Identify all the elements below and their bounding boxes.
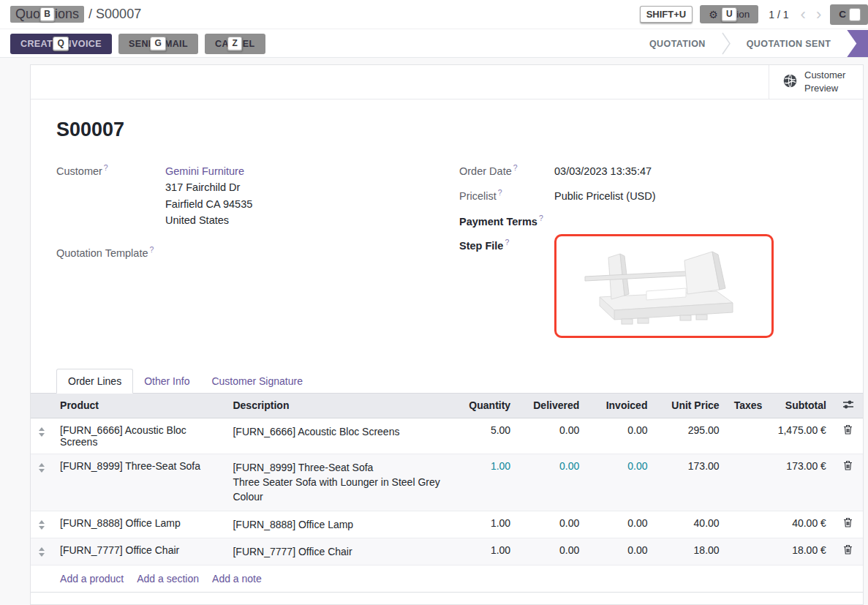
- cell-unit-price[interactable]: 18.00: [654, 538, 726, 565]
- cell-product[interactable]: [FURN_6666] Acoustic Bloc Screens: [53, 418, 225, 454]
- column-taxes: Taxes: [727, 394, 764, 418]
- cell-invoiced[interactable]: 0.00: [586, 454, 654, 511]
- add-links-row: Add a product Add a section Add a note: [31, 565, 863, 593]
- column-product: Product: [53, 394, 225, 418]
- field-grid: Customer? Gemini Furniture 317 Fairchild…: [56, 163, 837, 347]
- cell-invoiced[interactable]: 0.00: [586, 538, 654, 565]
- help-icon: ?: [513, 163, 518, 172]
- cell-taxes[interactable]: [727, 511, 764, 538]
- cell-quantity[interactable]: 5.00: [449, 418, 518, 454]
- cell-description[interactable]: [FURN_6666] Acoustic Bloc Screens: [225, 418, 449, 454]
- breadcrumb-separator: /: [88, 7, 92, 21]
- cell-unit-price[interactable]: 40.00: [654, 511, 726, 538]
- cutoff-button[interactable]: C: [830, 4, 868, 25]
- delete-row-icon[interactable]: [843, 460, 853, 470]
- status-separator-icon: [722, 30, 731, 57]
- order-lines-table: Product Description Quantity Delivered I…: [31, 394, 863, 593]
- cell-delivered[interactable]: 0.00: [518, 538, 586, 565]
- delete-row-icon[interactable]: [843, 424, 853, 435]
- table-header-row: Product Description Quantity Delivered I…: [31, 394, 863, 418]
- cell-description[interactable]: [FURN_8999] Three-Seat Sofa Three Seater…: [225, 454, 449, 511]
- create-invoice-button[interactable]: CREATE INVOICE Q: [10, 34, 112, 54]
- pricelist-label: Pricelist?: [459, 188, 554, 204]
- sort-up-icon: [39, 463, 45, 467]
- tab-order-lines[interactable]: Order Lines: [56, 369, 133, 394]
- help-icon: ?: [104, 163, 108, 172]
- breadcrumb-quotations[interactable]: Quotations B: [10, 6, 84, 23]
- cell-quantity[interactable]: 1.00: [449, 538, 518, 565]
- sheet-header-strip: Customer Preview: [31, 65, 863, 99]
- customer-preview-button[interactable]: Customer Preview: [769, 65, 863, 99]
- add-section-link[interactable]: Add a section: [137, 573, 199, 585]
- hotkey-overlay-u: U: [722, 7, 737, 22]
- cell-taxes[interactable]: [727, 418, 764, 454]
- sort-up-icon: [39, 427, 45, 431]
- action-menu-button[interactable]: ⚙ Action U: [700, 5, 758, 23]
- add-note-link[interactable]: Add a note: [212, 573, 262, 585]
- add-product-link[interactable]: Add a product: [60, 573, 124, 585]
- field-step-file: Step File?: [459, 238, 837, 338]
- cell-product[interactable]: [FURN_7777] Office Chair: [53, 538, 225, 565]
- cell-delivered[interactable]: 0.00: [518, 454, 586, 511]
- step-file-label: Step File?: [459, 238, 554, 338]
- order-date-label: Order Date?: [459, 163, 554, 179]
- cell-product[interactable]: [FURN_8888] Office Lamp: [53, 511, 225, 538]
- sheet-footer: Terms and conditions... Total: 1,706.00 …: [31, 593, 863, 605]
- pager-value[interactable]: 1 / 1: [769, 9, 788, 20]
- step-file-preview[interactable]: [554, 234, 774, 338]
- optional-columns-icon[interactable]: [842, 399, 854, 410]
- send-email-button[interactable]: SEND EMAIL G: [118, 34, 198, 54]
- delete-row-icon[interactable]: [843, 517, 853, 527]
- row-drag-handle[interactable]: [31, 454, 53, 511]
- cell-invoiced[interactable]: 0.00: [586, 418, 654, 454]
- cancel-button[interactable]: CANCEL Z: [205, 34, 265, 54]
- hotkey-overlay-b: B: [39, 7, 55, 22]
- order-date-value[interactable]: 03/03/2023 13:35:47: [554, 163, 652, 179]
- cell-delivered[interactable]: 0.00: [518, 418, 586, 454]
- hotkey-overlay-cutoff: [849, 8, 861, 21]
- delete-row-icon[interactable]: [843, 544, 853, 555]
- form-sheet: Customer Preview S00007 Customer? Gemini…: [30, 64, 864, 605]
- cell-quantity[interactable]: 1.00: [449, 511, 518, 538]
- status-step-quotation[interactable]: QUOTATION: [633, 30, 722, 57]
- cell-subtotal: 173.00 €: [764, 454, 834, 511]
- status-step-quotation-sent[interactable]: QUOTATION SENT: [731, 30, 848, 57]
- cell-taxes[interactable]: [727, 454, 764, 511]
- cell-quantity[interactable]: 1.00: [449, 454, 518, 511]
- cell-subtotal: 18.00 €: [764, 538, 834, 565]
- pager-next-icon[interactable]: ›: [815, 7, 823, 23]
- cell-taxes[interactable]: [727, 538, 764, 565]
- field-quotation-template[interactable]: Quotation Template?: [56, 245, 459, 259]
- cell-unit-price[interactable]: 173.00: [654, 454, 726, 511]
- sort-up-icon: [39, 520, 45, 524]
- hotkey-overlay-q: Q: [53, 37, 69, 51]
- column-delivered: Delivered: [518, 394, 586, 418]
- row-drag-handle[interactable]: [31, 538, 53, 565]
- help-icon: ?: [498, 188, 502, 197]
- pager-previous-icon[interactable]: ‹: [799, 7, 807, 23]
- cell-unit-price[interactable]: 295.00: [654, 418, 726, 454]
- help-icon: ?: [539, 214, 543, 222]
- row-drag-handle[interactable]: [31, 511, 53, 538]
- column-subtotal: Subtotal: [764, 394, 834, 418]
- table-row: [FURN_6666] Acoustic Bloc Screens [FURN_…: [31, 418, 863, 454]
- cell-description[interactable]: [FURN_7777] Office Chair: [225, 538, 449, 565]
- cell-subtotal: 1,475.00 €: [764, 418, 834, 454]
- tab-other-info[interactable]: Other Info: [133, 369, 200, 393]
- pricelist-value[interactable]: Public Pricelist (USD): [554, 188, 656, 204]
- field-payment-terms[interactable]: Payment Terms?: [459, 214, 837, 228]
- handle-column-header: [31, 394, 53, 418]
- page-title: S00007: [56, 119, 837, 141]
- cell-invoiced[interactable]: 0.00: [586, 511, 654, 538]
- row-drag-handle[interactable]: [31, 418, 53, 454]
- column-unit-price: Unit Price: [654, 394, 726, 418]
- cell-description[interactable]: [FURN_8888] Office Lamp: [225, 511, 449, 538]
- customer-link[interactable]: Gemini Furniture: [165, 165, 244, 177]
- cell-product[interactable]: [FURN_8999] Three-Seat Sofa: [53, 454, 225, 511]
- status-step-sales-order[interactable]: SALES ORDER: [847, 30, 868, 57]
- tab-customer-signature[interactable]: Customer Signature: [200, 369, 314, 393]
- optional-columns-header: [834, 394, 863, 418]
- help-icon: ?: [505, 238, 509, 247]
- cell-delivered[interactable]: 0.00: [518, 511, 586, 538]
- table-row: [FURN_8999] Three-Seat Sofa [FURN_8999] …: [31, 454, 863, 511]
